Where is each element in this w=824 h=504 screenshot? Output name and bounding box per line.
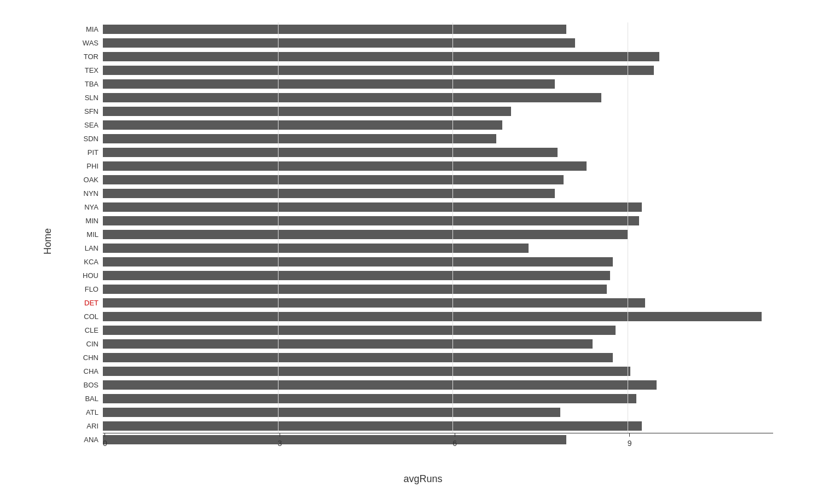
bar-label: LAN [73,244,103,252]
bar-track [103,312,773,321]
x-tick: 9 [628,433,632,448]
x-axis-label: avgRuns [403,473,442,485]
tick-line [629,433,630,437]
bar-label: SFN [73,107,103,115]
bar-label: SLN [73,94,103,102]
bar-label: MIN [73,217,103,225]
bar-fill [103,353,613,362]
bar-label: BOS [73,381,103,389]
bar-label: TOR [73,53,103,61]
bar-row: SLN [73,91,773,105]
bar-track [103,38,773,48]
bar-row: TEX [73,63,773,77]
bar-label: MIA [73,25,103,33]
bar-fill [103,421,642,431]
bar-track [103,298,773,308]
bar-fill [103,52,659,61]
bar-track [103,161,773,171]
bar-label: KCA [73,258,103,266]
bar-fill [103,244,529,253]
bar-fill [103,271,610,280]
chart-container: Home MIAWASTORTEXTBASLNSFNSEASDNPITPHIOA… [18,11,806,493]
bar-track [103,79,773,89]
bar-fill [103,189,555,198]
bar-track [103,285,773,294]
x-tick: 6 [452,433,457,448]
bar-fill [103,408,560,417]
bar-row: MIN [73,214,773,228]
bar-row: KCA [73,255,773,269]
bar-label: WAS [73,39,103,47]
bar-label: TEX [73,66,103,74]
bar-track [103,66,773,75]
bar-row: PIT [73,146,773,159]
bar-row: DET [73,296,773,310]
bar-fill [103,120,502,130]
bar-row: SFN [73,105,773,118]
bar-label: PIT [73,148,103,157]
bar-fill [103,230,628,239]
bar-row: CIN [73,337,773,351]
tick-label: 6 [452,439,457,448]
bar-track [103,394,773,403]
tick-label: 0 [103,439,107,448]
chart-area: Home MIAWASTORTEXTBASLNSFNSEASDNPITPHIOA… [73,22,773,460]
bar-row: BAL [73,392,773,405]
bar-track [103,148,773,157]
bar-label: COL [73,312,103,321]
bar-fill [103,79,555,89]
bar-label: OAK [73,176,103,184]
bar-row: TBA [73,77,773,91]
bar-label: MIL [73,230,103,239]
bar-track [103,107,773,116]
bar-label: CLE [73,326,103,334]
bar-fill [103,216,639,225]
tick-line [105,433,105,437]
bars-area: MIAWASTORTEXTBASLNSFNSEASDNPITPHIOAKNYNN… [73,22,773,433]
bar-label: DET [73,299,103,307]
bar-row: ARI [73,419,773,433]
bar-fill [103,38,575,48]
bar-row: TOR [73,50,773,63]
bar-row: NYA [73,200,773,214]
tick-label: 9 [628,439,632,448]
bar-fill [103,285,607,294]
bar-row: WAS [73,36,773,50]
bar-row: MIL [73,228,773,241]
bar-track [103,353,773,362]
bar-fill [103,148,558,157]
bar-track [103,175,773,184]
bar-fill [103,93,601,102]
x-tick: 0 [103,433,107,448]
bar-fill [103,107,511,116]
bar-fill [103,175,564,184]
bar-track [103,257,773,267]
bar-track [103,408,773,417]
bar-row: FLO [73,282,773,296]
bar-fill [103,380,657,390]
tick-line [280,433,280,437]
bar-label: ATL [73,408,103,416]
bar-track [103,52,773,61]
bar-fill [103,394,636,403]
x-axis: 0369 [103,433,773,460]
bar-track [103,189,773,198]
bar-row: PHI [73,159,773,173]
bar-fill [103,298,645,308]
bar-label: HOU [73,271,103,280]
bar-label: PHI [73,162,103,170]
bar-row: COL [73,310,773,323]
bar-track [103,25,773,34]
y-axis-label: Home [42,228,54,254]
bar-row: OAK [73,173,773,187]
bar-label: ANA [73,436,103,444]
bar-track [103,339,773,349]
bar-fill [103,326,616,335]
bar-track [103,216,773,225]
bar-label: CHA [73,367,103,375]
bar-track [103,134,773,143]
bar-track [103,230,773,239]
bar-fill [103,161,587,171]
bar-label: SDN [73,135,103,143]
bar-fill [103,202,642,212]
